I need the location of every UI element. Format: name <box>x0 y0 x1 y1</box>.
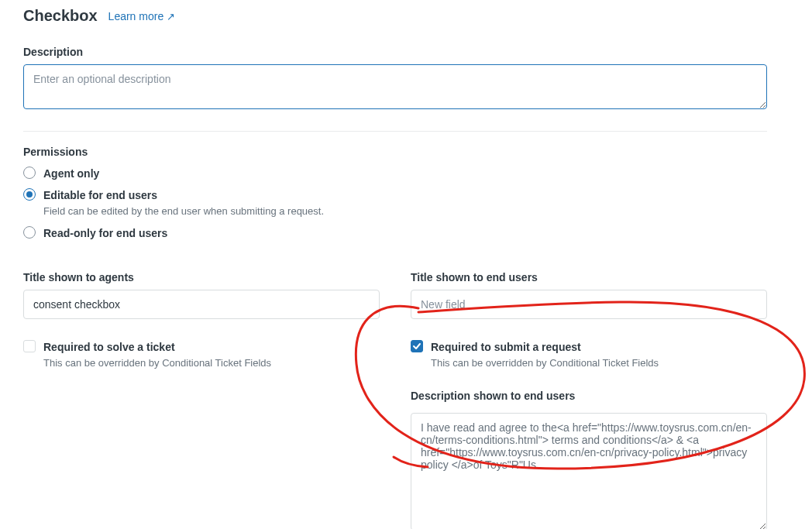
learn-more-link[interactable]: Learn more ↗ <box>108 9 176 24</box>
required-submit-help: This can be overridden by Conditional Ti… <box>431 356 767 371</box>
enduser-title-input[interactable] <box>411 290 767 319</box>
agent-title-input[interactable] <box>23 290 380 319</box>
page-title: Checkbox <box>23 5 98 27</box>
learn-more-label: Learn more <box>108 9 164 24</box>
radio-readonly-end-users-label: Read-only for end users <box>43 225 167 241</box>
permissions-radio-group: Agent only Editable for end users Field … <box>23 166 789 242</box>
enduser-description-label: Description shown to end users <box>411 388 767 404</box>
required-solve-help: This can be overridden by Conditional Ti… <box>43 356 380 371</box>
required-solve-checkbox[interactable] <box>23 340 36 352</box>
enduser-title-label: Title shown to end users <box>411 270 767 285</box>
radio-agent-only-label: Agent only <box>43 166 99 181</box>
radio-readonly-end-users[interactable] <box>23 226 36 239</box>
radio-editable-end-users-help: Field can be edited by the end user when… <box>43 204 789 219</box>
radio-agent-only[interactable] <box>23 167 36 179</box>
permissions-label: Permissions <box>23 144 789 160</box>
enduser-description-input[interactable] <box>411 413 767 529</box>
required-submit-label: Required to submit a request <box>431 339 581 355</box>
required-solve-label: Required to solve a ticket <box>43 339 175 355</box>
description-label: Description <box>23 44 789 60</box>
radio-editable-end-users-label: Editable for end users <box>43 187 157 203</box>
description-input[interactable] <box>23 64 767 109</box>
radio-editable-end-users[interactable] <box>23 188 36 201</box>
agent-title-label: Title shown to agents <box>23 270 380 285</box>
required-submit-checkbox[interactable] <box>411 340 423 352</box>
external-link-icon: ↗ <box>167 12 175 22</box>
section-divider <box>23 131 767 132</box>
